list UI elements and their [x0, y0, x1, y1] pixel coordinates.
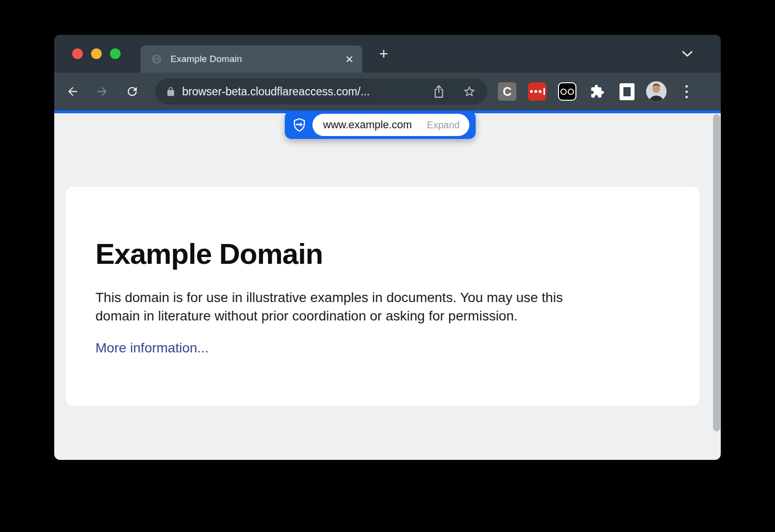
frame-extension-button[interactable]: [618, 82, 636, 101]
tab-close-icon[interactable]: ✕: [345, 54, 354, 64]
expand-button[interactable]: Expand: [427, 120, 460, 131]
window-minimize-button[interactable]: [91, 48, 102, 59]
glasses-extension-button[interactable]: [558, 82, 576, 101]
card-content: Example Domain This domain is for use in…: [66, 187, 699, 356]
plus-icon: +: [379, 45, 388, 63]
browser-window: Example Domain ✕ + browser-beta.cloudfla…: [54, 35, 721, 460]
new-tab-button[interactable]: +: [376, 35, 391, 73]
bookmark-star-button[interactable]: [463, 85, 476, 98]
page-paragraph: This domain is for use in illustrative e…: [95, 289, 599, 325]
lock-icon: [166, 87, 176, 97]
back-button[interactable]: [66, 85, 79, 98]
avatar: [646, 81, 666, 102]
extensions-puzzle-button[interactable]: [588, 82, 606, 101]
tab-example-domain[interactable]: Example Domain ✕: [140, 46, 362, 73]
toolbar: browser-beta.cloudflareaccess.com/... C: [54, 73, 721, 110]
globe-icon: [151, 54, 162, 64]
page-title: Example Domain: [95, 237, 699, 271]
profile-avatar-button[interactable]: [646, 81, 666, 102]
address-bar[interactable]: browser-beta.cloudflareaccess.com/...: [155, 78, 487, 105]
lastpass-bar-icon: [543, 88, 545, 95]
kebab-dot-icon: [685, 85, 688, 88]
more-information-link[interactable]: More information...: [95, 340, 208, 356]
window-controls: [72, 48, 121, 59]
glasses-lens-icon: [568, 89, 574, 95]
reload-button[interactable]: [125, 85, 139, 98]
example-domain-card: Example Domain This domain is for use in…: [66, 187, 699, 406]
vertical-scrollbar-thumb[interactable]: [713, 114, 720, 431]
window-close-button[interactable]: [72, 48, 83, 59]
tab-title: Example Domain: [170, 54, 242, 64]
isolation-domain-field: www.example.com Expand: [312, 114, 469, 136]
url-text: browser-beta.cloudflareaccess.com/...: [182, 85, 370, 98]
page-viewport: www.example.com Expand Example Domain Th…: [54, 113, 721, 460]
glasses-lens-icon: [560, 89, 567, 95]
share-button[interactable]: [433, 85, 445, 98]
c-extension-button[interactable]: C: [498, 82, 516, 101]
kebab-dot-icon: [685, 96, 688, 98]
tab-strip: Example Domain ✕ +: [54, 35, 721, 73]
browser-menu-kebab-button[interactable]: [682, 82, 691, 101]
kebab-dot-icon: [685, 91, 688, 93]
lastpass-dot-icon: [530, 90, 533, 93]
frame-icon: [620, 83, 635, 100]
window-zoom-button[interactable]: [110, 48, 121, 59]
lastpass-dot-icon: [539, 90, 542, 93]
tab-search-chevron-down-icon[interactable]: [682, 50, 693, 57]
isolation-domain-pill: www.example.com Expand: [285, 111, 476, 139]
shield-arrow-icon: [292, 118, 307, 132]
lastpass-dot-icon: [534, 90, 537, 93]
isolated-domain-text: www.example.com: [323, 119, 412, 131]
c-extension-label: C: [503, 85, 512, 99]
forward-button[interactable]: [95, 85, 109, 98]
lastpass-extension-button[interactable]: [528, 82, 546, 101]
